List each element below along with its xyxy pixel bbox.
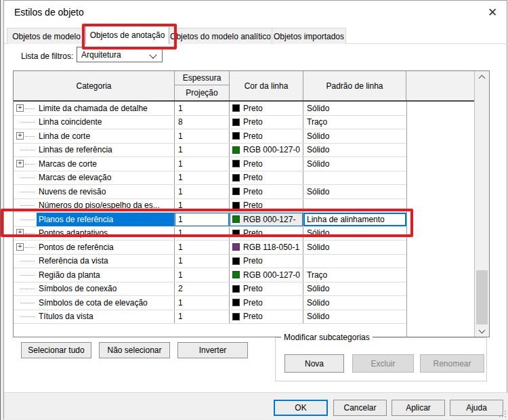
projection-weight-cell[interactable]: 1 (175, 227, 230, 240)
category-cell[interactable]: Símbolos de cota de elevação (14, 296, 175, 310)
table-row[interactable]: +Pontos adaptativos1PretoSólido (14, 227, 406, 241)
line-pattern-cell[interactable]: Sólido (303, 144, 406, 157)
scroll-down-icon[interactable] (475, 323, 489, 337)
projection-weight-cell[interactable]: 1 (175, 199, 230, 213)
ok-button[interactable]: OK (274, 400, 328, 416)
line-color-cell[interactable]: Preto (230, 129, 303, 143)
line-pattern-cell[interactable]: Sólido (303, 157, 406, 171)
projection-weight-cell[interactable]: 1 (175, 296, 230, 310)
table-row[interactable]: Títulos da vista1PretoSólido (14, 310, 406, 324)
resize-grip[interactable] (499, 411, 506, 417)
line-pattern-cell[interactable]: Sólido (303, 282, 406, 296)
new-subcategory-button[interactable]: Nova (284, 354, 344, 373)
close-icon[interactable]: ✕ (485, 5, 500, 20)
expand-plus-icon[interactable]: + (16, 243, 24, 251)
projection-weight-cell[interactable]: 1 (175, 157, 230, 171)
category-cell[interactable]: Marcas de elevação (14, 171, 175, 185)
category-cell[interactable]: Títulos da vista (14, 310, 175, 324)
expand-plus-icon[interactable]: + (16, 229, 24, 236)
expand-plus-icon[interactable]: + (16, 104, 24, 112)
line-pattern-cell[interactable]: Sólido (303, 240, 406, 254)
line-color-cell[interactable]: Preto (230, 199, 303, 213)
line-color-cell[interactable]: Preto (230, 227, 303, 240)
tab-objetos-de-modelo[interactable]: Objetos de modelo (7, 28, 86, 44)
table-row[interactable]: +Marcas de corte1PretoSólido (14, 157, 406, 171)
select-none-button[interactable]: Não selecionar (99, 342, 170, 358)
table-row[interactable]: Nuvens de revisão1PretoSólido (14, 185, 406, 199)
projection-weight-cell[interactable]: 1 (175, 102, 230, 115)
projection-weight-cell[interactable]: 1 (175, 185, 230, 198)
table-row[interactable]: Símbolos de cota de elevação1PretoSólido (14, 296, 406, 310)
category-cell[interactable]: Números do piso/espelho da es... (14, 199, 175, 213)
line-pattern-cell[interactable] (303, 199, 406, 213)
tab-objetos-do-modelo-analitico[interactable]: Objetos do modelo analítico (169, 28, 272, 44)
invert-button[interactable]: Inverter (177, 342, 248, 358)
category-cell[interactable]: +Limite da chamada de detalhe (14, 102, 175, 115)
rename-subcategory-button[interactable]: Renomear (420, 354, 484, 373)
projection-weight-cell[interactable]: 1 (175, 310, 230, 324)
table-row[interactable]: Linha coincidente8PretoTraço (14, 116, 406, 130)
table-scrollbar[interactable] (474, 71, 489, 337)
apply-button[interactable]: Aplicar (391, 400, 445, 416)
line-color-cell[interactable]: Preto (230, 185, 303, 198)
line-color-cell[interactable]: Preto (230, 171, 303, 185)
expand-plus-icon[interactable]: + (16, 160, 24, 167)
line-pattern-cell[interactable]: Sólido (303, 296, 406, 310)
table-row[interactable]: Região da planta1RGB 000-127-0Traço (14, 268, 406, 282)
line-pattern-cell[interactable] (303, 255, 406, 268)
tab-objetos-de-anotacao[interactable]: Objetos de anotação (85, 26, 169, 44)
line-color-cell[interactable]: Preto (230, 310, 303, 324)
projection-weight-cell[interactable]: 8 (175, 116, 230, 129)
line-pattern-cell[interactable]: Sólido (303, 129, 406, 143)
line-pattern-cell[interactable]: Linha de alinhamento (303, 213, 406, 226)
projection-weight-cell[interactable]: 1 (175, 129, 230, 143)
category-cell[interactable]: +Linha de corte (14, 129, 175, 143)
category-cell[interactable]: Símbolos de conexão (14, 282, 175, 296)
line-pattern-cell[interactable]: Sólido (303, 310, 406, 324)
tab-objetos-importados[interactable]: Objetos importados (272, 28, 346, 44)
category-cell[interactable]: Referência da vista (14, 255, 175, 268)
line-color-cell[interactable]: Preto (230, 102, 303, 115)
table-row[interactable]: Linhas de referência1RGB 000-127-0Sólido (14, 144, 406, 158)
table-row[interactable]: Planos de referência1RGB 000-127-Linha d… (14, 213, 406, 227)
table-row[interactable]: +Limite da chamada de detalhe1PretoSólid… (14, 102, 406, 116)
category-cell[interactable]: Linha coincidente (14, 116, 175, 129)
category-cell[interactable]: Linhas de referência (14, 144, 175, 157)
category-cell[interactable]: Nuvens de revisão (14, 185, 175, 198)
line-pattern-cell[interactable]: Sólido (303, 227, 406, 240)
delete-subcategory-button[interactable]: Excluir (352, 354, 414, 373)
help-button[interactable]: Ajuda (450, 400, 503, 416)
category-cell[interactable]: +Pontos adaptativos (14, 227, 175, 240)
line-color-cell[interactable]: Preto (230, 116, 303, 129)
line-color-cell[interactable]: RGB 000-127-0 (230, 268, 303, 282)
line-pattern-cell[interactable]: Sólido (303, 102, 406, 115)
line-color-cell[interactable]: RGB 000-127-0 (230, 144, 303, 157)
line-color-cell[interactable]: Preto (230, 157, 303, 171)
line-pattern-cell[interactable]: Traço (303, 268, 406, 282)
expand-plus-icon[interactable]: + (16, 132, 24, 140)
category-cell[interactable]: Planos de referência (14, 213, 175, 226)
line-color-cell[interactable]: Preto (230, 282, 303, 296)
projection-weight-cell[interactable]: 2 (175, 282, 230, 296)
cancel-button[interactable]: Cancelar (333, 400, 387, 416)
projection-weight-cell[interactable]: 1 (175, 144, 230, 157)
line-color-cell[interactable]: Preto (230, 255, 303, 268)
projection-weight-cell[interactable]: 1 (175, 268, 230, 282)
category-cell[interactable]: Região da planta (14, 268, 175, 282)
projection-weight-cell[interactable]: 1 (175, 240, 230, 254)
line-color-cell[interactable]: RGB 118-050-1 (230, 240, 303, 254)
table-row[interactable]: Números do piso/espelho da es...1Preto (14, 199, 406, 213)
projection-weight-cell[interactable]: 1 (175, 255, 230, 268)
line-pattern-cell[interactable]: Sólido (303, 185, 406, 198)
line-color-cell[interactable]: Preto (230, 296, 303, 310)
category-cell[interactable]: +Pontos de referência (14, 240, 175, 254)
filter-list-dropdown[interactable]: Arquitetura (77, 47, 163, 62)
table-row[interactable]: +Pontos de referência1RGB 118-050-1Sólid… (14, 240, 406, 255)
line-pattern-cell[interactable] (303, 171, 406, 185)
projection-weight-cell[interactable]: 1 (175, 213, 230, 226)
line-pattern-cell[interactable]: Traço (303, 116, 406, 129)
table-row[interactable]: Símbolos de conexão2PretoSólido (14, 282, 406, 297)
table-row[interactable]: Marcas de elevação1Preto (14, 171, 406, 186)
projection-weight-cell[interactable]: 1 (175, 171, 230, 185)
category-cell[interactable]: +Marcas de corte (14, 157, 175, 171)
